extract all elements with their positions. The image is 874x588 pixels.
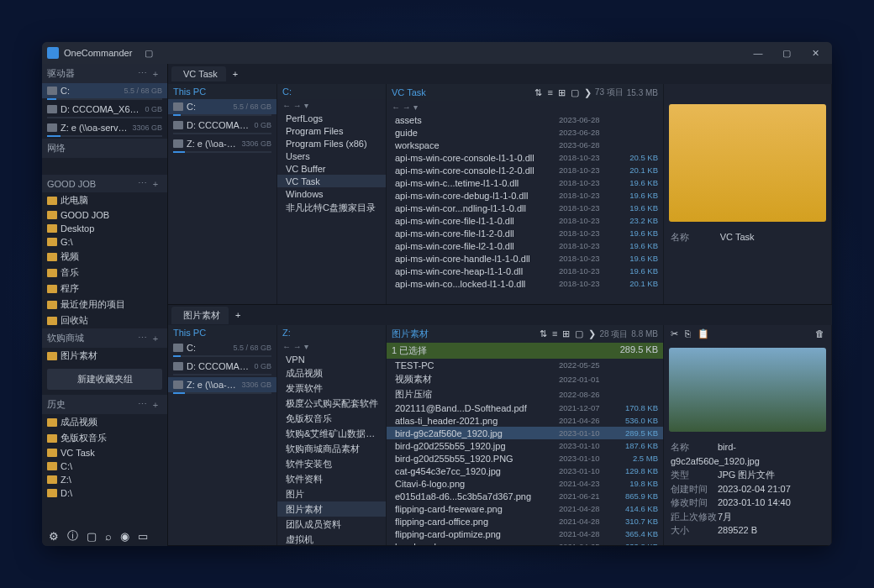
nav-icons[interactable]: ← → ▾	[387, 101, 663, 113]
bottom-toolbar[interactable]: ⚙ⓘ▢⌕◉▭	[42, 526, 155, 546]
drive-item[interactable]: C:5.5 / 68 GB	[168, 340, 276, 355]
list-item[interactable]: D:\	[42, 486, 167, 500]
tree-item[interactable]: 图片	[277, 486, 386, 501]
file-row[interactable]: api-ms-win-c...tetime-l1-1-0.dll2018-10-…	[387, 176, 663, 189]
tree-item[interactable]: VPN	[277, 353, 386, 365]
list-item[interactable]: 音乐	[42, 265, 167, 281]
minimize-button[interactable]: —	[746, 45, 770, 61]
col-thispc-bottom: This PC C:5.5 / 68 GBD: CCCOMA_X64F...0 …	[168, 325, 277, 545]
file-row[interactable]: 202111@Band...D-Softhead.pdf2021-12-0717…	[387, 402, 663, 414]
drive-item[interactable]: Z: e (\\oa-server)3306 GB	[42, 120, 167, 135]
file-row[interactable]: cat-g454c3e7cc_1920.jpg2023-01-10129.8 K…	[387, 465, 663, 477]
file-row[interactable]: 图片压缩2022-08-26	[387, 386, 663, 402]
nav-icons[interactable]: ← → ▾	[277, 99, 386, 112]
list-item[interactable]: C:\	[42, 459, 167, 473]
tree-item[interactable]: 成品视频	[277, 365, 386, 381]
view-icons[interactable]: ⇅≡⊞▢❯	[540, 328, 596, 339]
file-row[interactable]: api-ms-win-co...locked-l1-1-0.dll2018-10…	[387, 277, 663, 290]
list-item[interactable]: Desktop	[42, 222, 167, 235]
view-icons[interactable]: ⇅≡⊞▢❯	[534, 87, 591, 98]
file-row[interactable]: e015d1a8-d6...5c3b5a7d367.png2021-06-218…	[387, 490, 663, 502]
drive-item[interactable]: C:5.5 / 68 GB	[168, 99, 276, 114]
file-row[interactable]: bird-g20d255b55_1920.jpg2023-01-10187.6 …	[387, 439, 663, 452]
tree-item[interactable]: 软件安装包	[277, 456, 386, 471]
maximize-button[interactable]: ▢	[775, 45, 798, 61]
more-icon[interactable]: ⋯	[135, 333, 149, 344]
list-item[interactable]: 成品视频	[42, 414, 167, 430]
drive-item[interactable]: C:5.5 / 68 GB	[42, 83, 167, 98]
tab-images[interactable]: 图片素材	[171, 307, 229, 324]
drive-item[interactable]: Z: e (\\oa-serv...3306 GB	[168, 136, 276, 151]
list-item[interactable]: 回收站	[42, 312, 167, 328]
layout-toggle-icon[interactable]: ▢	[137, 45, 161, 61]
more-icon[interactable]: ⋯	[135, 399, 149, 410]
add-icon[interactable]: +	[149, 333, 162, 344]
tree-item[interactable]: 图片素材	[277, 501, 386, 517]
list-item[interactable]: GOOD JOB	[42, 208, 167, 222]
file-row[interactable]: api-ms-win-cor...ndling-l1-1-0.dll2018-1…	[387, 202, 663, 214]
tree-item[interactable]: PerfLogs	[277, 112, 386, 124]
file-row[interactable]: assets2023-06-28	[387, 113, 663, 126]
tree-item[interactable]: 团队成员资料	[277, 517, 386, 532]
tree-item[interactable]: 发票软件	[277, 381, 386, 396]
file-row[interactable]: flipping-card-office.png2021-04-28310.7 …	[387, 515, 663, 528]
tree-item[interactable]: 软件资料	[277, 471, 386, 486]
tree-item[interactable]: Users	[277, 150, 386, 162]
list-item[interactable]: 此电脑	[42, 192, 167, 208]
file-row[interactable]: bird-g9c2af560e_1920.jpg2023-01-10289.5 …	[387, 427, 663, 439]
file-row[interactable]: bird-g20d255b55_1920.PNG2023-01-102.5 MB	[387, 452, 663, 465]
new-tab-button[interactable]: +	[228, 66, 243, 81]
add-icon[interactable]: +	[149, 179, 162, 189]
tree-item[interactable]: 软购商城商品素材	[277, 441, 386, 456]
drive-item[interactable]: D: CCCOMA_X64FR...0 GB	[42, 102, 167, 117]
close-button[interactable]: ✕	[803, 45, 827, 61]
tree-item[interactable]: Program Files	[277, 124, 386, 137]
file-row[interactable]: atlas-ti_header-2021.png2021-04-26536.0 …	[387, 414, 663, 427]
preview-tools[interactable]: ✂⎘📋🗑	[664, 325, 831, 343]
file-row[interactable]: api-ms-win-core-console-l1-2-0.dll2018-1…	[387, 164, 663, 176]
file-row[interactable]: TEST-PC2022-05-25	[387, 359, 663, 371]
file-row[interactable]: api-ms-win-core-console-l1-1-0.dll2018-1…	[387, 151, 663, 164]
file-row[interactable]: api-ms-win-core-file-l1-2-0.dll2018-10-2…	[387, 227, 663, 239]
tree-item[interactable]: 软购&艾维矿山数据备份	[277, 426, 386, 441]
file-row[interactable]: heroImg_lg.png2021-04-25233.8 KB	[387, 540, 663, 545]
file-row[interactable]: Citavi-6-logo.png2021-04-2319.8 KB	[387, 477, 663, 490]
add-icon[interactable]: +	[149, 400, 162, 410]
drive-item[interactable]: D: CCCOMA_X64F...0 GB	[168, 118, 276, 133]
file-row[interactable]: flipping-card-freeware.png2021-04-28414.…	[387, 502, 663, 515]
tree-item[interactable]: Program Files (x86)	[277, 137, 386, 150]
tab-vctask[interactable]: VC Task	[171, 66, 226, 81]
drive-item[interactable]: D: CCCOMA_X64F...0 GB	[168, 359, 276, 374]
list-item[interactable]: G:\	[42, 235, 167, 249]
tree-item[interactable]: 非凡比特C盘搬家目录	[277, 200, 386, 215]
add-icon[interactable]: +	[149, 69, 162, 79]
file-row[interactable]: api-ms-win-core-file-l1-1-0.dll2018-10-2…	[387, 214, 663, 227]
list-item[interactable]: 程序	[42, 281, 167, 297]
file-row[interactable]: api-ms-win-core-heap-l1-1-0.dll2018-10-2…	[387, 265, 663, 277]
file-row[interactable]: guide2023-06-28	[387, 126, 663, 139]
file-row[interactable]: flipping-card-optimize.png2021-04-28365.…	[387, 528, 663, 540]
file-row[interactable]: api-ms-win-core-file-l2-1-0.dll2018-10-2…	[387, 239, 663, 252]
tree-item[interactable]: 虚拟机	[277, 532, 386, 545]
tree-item[interactable]: Windows	[277, 187, 386, 200]
list-item[interactable]: 视频	[42, 249, 167, 265]
tree-item[interactable]: VC Task	[277, 175, 386, 187]
new-favorite-group-button[interactable]: 新建收藏夹组	[47, 369, 162, 390]
file-row[interactable]: api-ms-win-core-handle-l1-1-0.dll2018-10…	[387, 252, 663, 265]
tree-item[interactable]: 免版权音乐	[277, 411, 386, 426]
nav-icons[interactable]: ← → ▾	[277, 340, 386, 353]
tree-item[interactable]: VC Buffer	[277, 162, 386, 175]
more-icon[interactable]: ⋯	[135, 68, 149, 79]
more-icon[interactable]: ⋯	[135, 178, 149, 189]
file-row[interactable]: 视频素材2022-01-01	[387, 371, 663, 386]
list-item[interactable]: 最近使用的项目	[42, 297, 167, 312]
list-item[interactable]: VC Task	[42, 446, 167, 459]
drive-item[interactable]: Z: e (\\oa-serv...3306 GB	[168, 377, 276, 392]
file-row[interactable]: api-ms-win-core-debug-l1-1-0.dll2018-10-…	[387, 189, 663, 202]
list-item[interactable]: Z:\	[42, 473, 167, 486]
tree-item[interactable]: 极度公式购买配套软件	[277, 396, 386, 411]
new-tab-button[interactable]: +	[230, 307, 245, 323]
list-item[interactable]: 图片素材	[42, 348, 167, 364]
list-item[interactable]: 免版权音乐	[42, 430, 167, 446]
file-row[interactable]: workspace2023-06-28	[387, 139, 663, 151]
